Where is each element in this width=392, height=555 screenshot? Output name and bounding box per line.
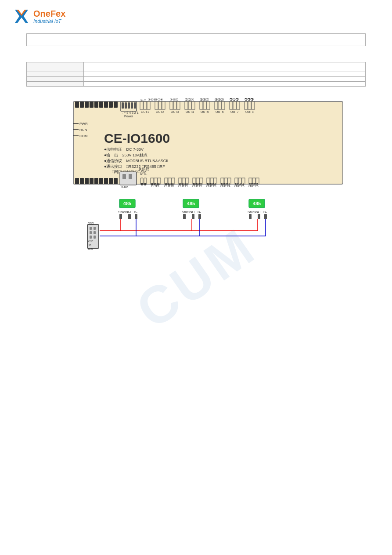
svg-text:OUT1: OUT1 — [141, 110, 149, 113]
svg-text:●通讯接口：□RS232  □RS485  □RF: ●通讯接口：□RS232 □RS485 □RF — [104, 164, 165, 169]
svg-text:Shield: Shield — [248, 210, 257, 214]
svg-text:⑥⑦⑧: ⑥⑦⑧ — [155, 98, 163, 101]
svg-text:485: 485 — [187, 201, 194, 206]
info-label-4 — [27, 77, 84, 82]
out5-terminals: OUT5 — [200, 102, 210, 113]
logo-text: OneFex Industrial IoT — [33, 9, 65, 24]
svg-text:485: 485 — [123, 201, 131, 206]
svg-rect-149 — [135, 214, 137, 219]
svg-rect-153 — [249, 214, 252, 219]
svg-rect-158 — [94, 227, 96, 230]
svg-text:㊿㊾: ㊿㊾ — [140, 183, 147, 186]
svg-rect-30 — [177, 102, 180, 109]
svg-rect-5 — [85, 102, 89, 108]
top-left-pins — [75, 102, 118, 108]
svg-text:OUT8: OUT8 — [245, 110, 254, 113]
svg-text:RJ45: RJ45 — [121, 185, 129, 189]
svg-rect-84 — [122, 174, 126, 179]
svg-text:B-: B- — [263, 210, 267, 214]
svg-text:●供电电压：DC 7-30V: ●供电电压：DC 7-30V — [104, 147, 144, 152]
svg-text:●通信协议：MODBUS RTU&&ASCII: ●通信协议：MODBUS RTU&&ASCII — [104, 159, 168, 163]
svg-text:COM: COM — [79, 134, 88, 138]
svg-text:OUT6: OUT6 — [216, 110, 224, 113]
svg-rect-15 — [128, 102, 130, 109]
info-label-1 — [27, 62, 84, 67]
svg-marker-0 — [15, 10, 28, 23]
device-area: - + 5 4 3 2 1 Power OUT1 OUT2 — [26, 94, 366, 190]
svg-text:485: 485 — [88, 247, 93, 250]
svg-text:A+: A+ — [127, 210, 132, 214]
svg-rect-151 — [192, 214, 194, 219]
info-label-3 — [27, 72, 84, 77]
svg-rect-74 — [75, 178, 79, 184]
rs232-485-diagram: 485 485 485 Shield A+ B- Shield A+ B- Sh… — [47, 199, 345, 256]
svg-text:㊷㊶㊵: ㊷㊶㊵ — [179, 183, 188, 186]
svg-rect-150 — [183, 214, 186, 219]
svg-rect-154 — [258, 214, 260, 219]
info-value-5 — [84, 82, 366, 87]
doc-cell-right — [196, 34, 366, 46]
out2-terminals: OUT2 — [155, 102, 165, 113]
svg-rect-49 — [248, 102, 251, 109]
svg-rect-28 — [170, 102, 173, 109]
info-value-1 — [84, 62, 366, 67]
svg-text:Shield: Shield — [118, 210, 128, 214]
svg-rect-50 — [252, 102, 255, 109]
svg-rect-80 — [104, 178, 108, 184]
wiring-diagram-svg: 485 485 485 Shield A+ B- Shield A+ B- Sh… — [47, 199, 345, 256]
svg-rect-38 — [207, 102, 210, 109]
svg-rect-45 — [233, 102, 236, 109]
out1-terminals: OUT1 — [140, 102, 150, 113]
svg-text:PWR: PWR — [79, 122, 88, 126]
doc-cell-left — [27, 34, 196, 46]
svg-text:OUT3: OUT3 — [171, 110, 179, 113]
svg-text:A+  B-: A+ B- — [140, 172, 147, 175]
svg-rect-81 — [109, 178, 113, 184]
svg-rect-8 — [99, 102, 103, 108]
svg-rect-20 — [140, 102, 143, 109]
logo-subtitle: Industrial IoT — [33, 18, 65, 24]
svg-text:485: 485 — [252, 201, 260, 206]
svg-rect-33 — [188, 102, 191, 109]
svg-text:A+: A+ — [257, 210, 261, 214]
svg-text:㊱㉟㉞: ㊱㉟㉞ — [207, 183, 216, 186]
svg-text:⑫⑬⑭: ⑫⑬⑭ — [185, 98, 194, 101]
svg-rect-161 — [90, 236, 92, 239]
svg-rect-147 — [119, 214, 122, 219]
svg-rect-157 — [90, 227, 92, 230]
svg-rect-160 — [94, 231, 96, 234]
svg-text:232: 232 — [88, 239, 93, 243]
svg-text:Shield: Shield — [182, 210, 191, 214]
svg-rect-75 — [80, 178, 84, 184]
svg-text:232: 232 — [88, 221, 94, 225]
svg-rect-159 — [90, 231, 92, 234]
svg-text:⑨⑩⑪: ⑨⑩⑪ — [170, 98, 178, 101]
info-label-5 — [27, 82, 84, 87]
svg-rect-16 — [131, 102, 133, 109]
svg-rect-25 — [158, 102, 162, 109]
out4-terminals: OUT4 — [185, 102, 195, 113]
svg-text:A+: A+ — [191, 210, 195, 214]
svg-text:㉝㉜㉛: ㉝㉜㉛ — [221, 183, 230, 186]
svg-rect-37 — [203, 102, 206, 109]
svg-rect-44 — [230, 102, 233, 109]
svg-rect-17 — [134, 102, 136, 109]
header: OneFex Industrial IoT — [0, 0, 392, 29]
out6-terminals: OUT6 — [215, 102, 225, 113]
svg-text:㉚㉙㉘: ㉚㉙㉘ — [235, 183, 244, 186]
out3-terminals: OUT3 — [170, 102, 180, 113]
info-value-2 — [84, 67, 366, 72]
logo-icon — [13, 8, 30, 25]
svg-text:㉑㉒㉓: ㉑㉒㉓ — [230, 98, 239, 101]
svg-rect-155 — [264, 214, 267, 219]
device-diagram: - + 5 4 3 2 1 Power OUT1 OUT2 — [47, 94, 345, 190]
svg-rect-46 — [237, 102, 240, 109]
svg-text:㊺㊹㊸: ㊺㊹㊸ — [165, 183, 174, 186]
svg-text:RS485: RS485 — [139, 167, 149, 171]
svg-rect-21 — [144, 102, 147, 109]
svg-text:⑱⑲⑳: ⑱⑲⑳ — [215, 98, 224, 101]
svg-text:●输　出：250V 10A触点: ●输 出：250V 10A触点 — [104, 153, 147, 157]
svg-text:㉔㉕㉖: ㉔㉕㉖ — [245, 98, 254, 101]
svg-rect-13 — [122, 102, 124, 109]
svg-rect-14 — [125, 102, 127, 109]
